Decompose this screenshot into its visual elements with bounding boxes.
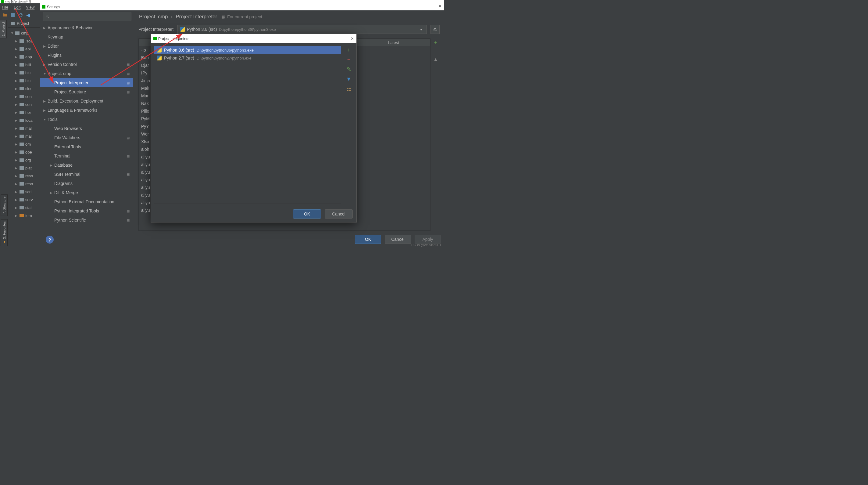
settings-titlebar: Settings ✕ [40, 3, 444, 10]
watermark: CSDN @Wonderful U [411, 244, 441, 247]
interpreter-dropdown[interactable]: Python 3.6 (src) D:\python\python36\pyth… [178, 25, 427, 34]
settings-category[interactable]: ▼Tools [40, 115, 133, 124]
open-icon[interactable] [2, 12, 7, 18]
edit-interpreter-button[interactable]: ✎ [345, 66, 352, 73]
tree-item[interactable]: ▶plat [8, 164, 40, 172]
menu-edit[interactable]: Edit [14, 5, 21, 9]
settings-apply-button[interactable]: Apply [415, 235, 441, 244]
interpreter-label: Project Interpreter: [138, 27, 174, 32]
tree-root[interactable]: ▼cmp [8, 29, 40, 37]
filter-interpreter-button[interactable]: ▼ [345, 76, 352, 82]
tree-item[interactable]: ▶stat [8, 204, 40, 211]
interpreter-list-item[interactable]: Python 2.7 (src)D:\python\python27\pytho… [154, 54, 341, 62]
crumb-leaf: Project Interpreter [176, 14, 217, 20]
save-icon[interactable] [10, 12, 15, 18]
svg-point-2 [46, 15, 48, 17]
settings-category[interactable]: ▶Appearance & Behavior [40, 23, 133, 32]
svg-line-3 [48, 17, 49, 18]
settings-category[interactable]: External Tools [40, 142, 133, 151]
tree-item[interactable]: ▶billi [8, 61, 40, 69]
tree-item[interactable]: ▶tem [8, 211, 40, 220]
settings-search[interactable] [43, 12, 131, 21]
tree-item[interactable]: ▶mal [8, 124, 40, 132]
tree-item[interactable]: ▶om [8, 140, 40, 148]
interpreter-settings-button[interactable] [431, 25, 440, 34]
tree-item[interactable]: ▶org [8, 156, 40, 164]
settings-footer: OK Cancel Apply [228, 233, 441, 246]
interpreter-list-item[interactable]: Python 3.6 (src)D:\python\python36\pytho… [154, 46, 341, 54]
settings-category[interactable]: ▶Version Control▦ [40, 60, 133, 69]
tree-item[interactable]: ▶mal [8, 132, 40, 140]
settings-title: Settings [47, 5, 60, 9]
svg-rect-1 [11, 22, 14, 25]
remove-interpreter-button[interactable]: − [345, 56, 352, 63]
project-pane: Project ▼cmp▶.sca▶api▶app▶billi▶blu▶blu▶… [8, 19, 40, 248]
menu-view[interactable]: View [26, 5, 34, 9]
sync-icon[interactable] [18, 12, 23, 18]
help-button[interactable]: ? [46, 236, 54, 244]
intp-ok-button[interactable]: OK [293, 209, 321, 219]
tree-item[interactable]: ▶.sca [8, 37, 40, 45]
project-interpreters-dialog: Project Interpreters ✕ Python 3.6 (src)D… [151, 34, 357, 223]
settings-category[interactable]: Python Scientific▦ [40, 216, 133, 225]
settings-category[interactable]: Python External Documentation [40, 197, 133, 206]
tree-item[interactable]: ▶clou [8, 85, 40, 92]
intp-modal-titlebar: Project Interpreters ✕ [151, 34, 356, 43]
menu-file[interactable]: File [2, 5, 8, 9]
settings-category[interactable]: Terminal▦ [40, 151, 133, 161]
tree-item[interactable]: ▶app [8, 53, 40, 61]
settings-category[interactable]: Project Interpreter▦ [40, 78, 133, 87]
settings-category[interactable]: Keymap [40, 32, 133, 41]
paths-interpreter-button[interactable]: ☷ [345, 85, 352, 92]
gutter-structure[interactable]: 7: Structure [1, 194, 8, 216]
col-latest[interactable]: Latest [357, 39, 430, 46]
settings-category[interactable]: Python Integrated Tools▦ [40, 206, 133, 216]
settings-category[interactable]: Web Browsers [40, 124, 133, 133]
search-icon [45, 15, 50, 19]
gear-icon [433, 27, 437, 32]
python-icon [157, 48, 162, 53]
settings-close-icon[interactable]: ✕ [438, 4, 441, 8]
tree-item[interactable]: ▶loca [8, 116, 40, 124]
crumb-hint: For current project [227, 15, 262, 19]
settings-category[interactable]: Project Structure▦ [40, 87, 133, 96]
chevron-down-icon[interactable]: ▾ [418, 25, 424, 34]
upgrade-package-button[interactable]: ▲ [432, 56, 439, 63]
gutter-favorites[interactable]: ★2: Favorites [1, 219, 8, 246]
tree-item[interactable]: ▶serv [8, 196, 40, 204]
intp-side-buttons: ＋ − ✎ ▼ ☷ [345, 47, 352, 92]
project-pane-header[interactable]: Project [8, 19, 40, 28]
settings-category[interactable]: Diagrams [40, 179, 133, 188]
settings-category[interactable]: ▼Project: cmp▦ [40, 69, 133, 78]
add-package-button[interactable]: ＋ [432, 39, 439, 46]
settings-category[interactable]: File Watchers▦ [40, 133, 133, 142]
tree-item[interactable]: ▶api [8, 45, 40, 53]
crumb-root: Project: cmp [139, 14, 168, 20]
tree-item[interactable]: ▶con [8, 92, 40, 101]
tree-item[interactable]: ▶reso [8, 180, 40, 188]
settings-category[interactable]: Plugins [40, 51, 133, 60]
tree-item[interactable]: ▶con [8, 101, 40, 108]
tree-item[interactable]: ▶blu [8, 77, 40, 85]
back-icon[interactable]: ◀ [26, 12, 30, 18]
tree-item[interactable]: ▶scri [8, 188, 40, 196]
intp-modal-close-icon[interactable]: ✕ [351, 36, 354, 41]
gutter-project[interactable]: 1: Project [0, 20, 7, 38]
settings-category[interactable]: ▶Diff & Merge [40, 188, 133, 197]
settings-cancel-button[interactable]: Cancel [385, 235, 411, 244]
tree-item[interactable]: ▶blu [8, 69, 40, 77]
remove-package-button[interactable]: − [432, 48, 439, 54]
tree-item[interactable]: ▶ope [8, 148, 40, 156]
add-interpreter-button[interactable]: ＋ [345, 47, 352, 53]
settings-category[interactable]: ▶Database [40, 161, 133, 170]
settings-category[interactable]: SSH Terminal▦ [40, 170, 133, 179]
intp-cancel-button[interactable]: Cancel [325, 209, 353, 219]
settings-category[interactable]: ▶Languages & Frameworks [40, 106, 133, 115]
tree-item[interactable]: ▶reso [8, 172, 40, 180]
tree-item[interactable]: ▶hor [8, 108, 40, 116]
settings-category[interactable]: ▶Build, Execution, Deployment [40, 96, 133, 106]
settings-ok-button[interactable]: OK [355, 235, 381, 244]
package-action-buttons: ＋ − ▲ [432, 39, 440, 63]
settings-category[interactable]: ▶Editor [40, 41, 133, 51]
python-icon [157, 56, 162, 60]
